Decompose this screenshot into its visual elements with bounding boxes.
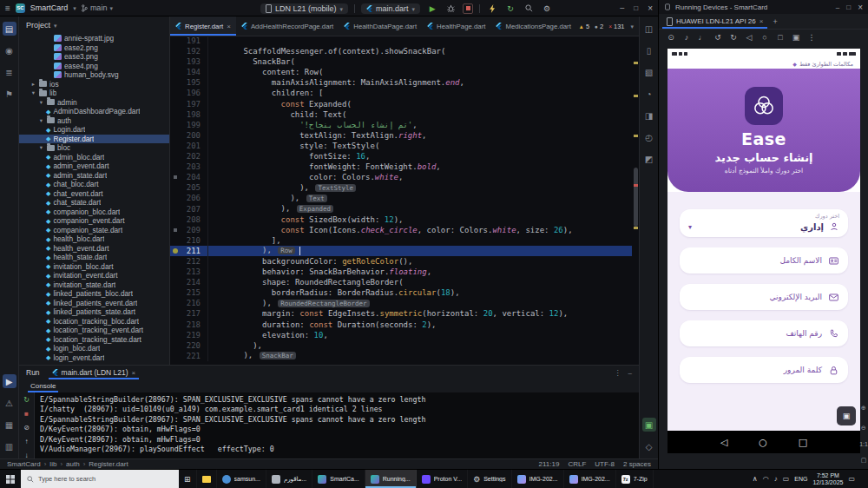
gemini-icon[interactable]: ◇	[642, 439, 656, 453]
rotate-left-icon[interactable]: ↺	[713, 32, 723, 43]
status-item[interactable]: UTF-8	[595, 460, 615, 468]
taskbar-button[interactable]: IMG-202...	[512, 470, 564, 488]
breadcrumb-item[interactable]: lib	[41, 460, 57, 468]
code-line[interactable]: 218duration: const Duration(seconds: 2),	[170, 320, 632, 330]
close-icon[interactable]	[858, 3, 863, 12]
tree-item[interactable]: ◆health_bloc.dart	[19, 234, 169, 244]
hot-restart-button[interactable]: ↻	[504, 3, 516, 15]
tree-item[interactable]: ◆location_tracking_state.dart	[19, 335, 169, 345]
profiler-icon[interactable]: ◴	[642, 130, 656, 144]
hot-reload-button[interactable]	[486, 3, 498, 15]
input-field[interactable]: رقم الهاتف	[680, 320, 848, 346]
editor-tab[interactable]: HealthPage.dart	[422, 16, 490, 36]
tree-item[interactable]: ◆linked_patients_state.dart	[19, 307, 169, 317]
fit-icon[interactable]: ▢	[857, 453, 868, 467]
run-panel-title[interactable]: Run	[26, 368, 40, 377]
tree-item[interactable]: ease2.png	[19, 43, 169, 53]
tree-item[interactable]: ▾auth	[19, 116, 169, 126]
maximize-icon[interactable]	[846, 3, 851, 11]
code-line[interactable]: 211), Row	[170, 246, 632, 256]
tree-item[interactable]: ease3.png	[19, 52, 169, 62]
editor-tab[interactable]: HealthDataPage.dart	[339, 16, 422, 36]
run-config-selector[interactable]: main.dart	[361, 3, 420, 14]
battery-icon[interactable]: ▭	[783, 475, 790, 483]
code-line[interactable]: 195mainAxisAlignment: MainAxisAlignment.…	[170, 77, 632, 88]
device-selector[interactable]: LDN L21 (mobile)	[260, 3, 348, 14]
taskbar-button[interactable]: IMG-202...	[564, 470, 616, 488]
code-line[interactable]: 205), TextStyle	[170, 182, 632, 193]
tree-item[interactable]: ◆Register.dart	[19, 135, 169, 144]
code-line[interactable]: 221), SnackBar	[170, 351, 632, 361]
clock[interactable]: 7:52 PM 12/13/2025	[812, 472, 843, 486]
editor-tab[interactable]: Register.dart×	[170, 16, 236, 36]
language-indicator[interactable]: ENG	[794, 476, 807, 482]
input-field[interactable]: البريد الإلكتروني	[680, 284, 848, 310]
tree-item[interactable]: ◆chat_state.dart	[19, 198, 169, 208]
terminal-icon[interactable]: ▦	[3, 418, 16, 432]
tree-item[interactable]: ◆location_tracking_event.dart	[19, 326, 169, 335]
code-line[interactable]: 201style: TextStyle(	[170, 141, 632, 151]
console-output[interactable]: E/SpannableStringBuilder(28967): SPAN_EX…	[35, 392, 639, 459]
code-line[interactable]: 197const Expanded(	[170, 99, 632, 109]
console-tab[interactable]: Console	[28, 379, 58, 392]
more-icon[interactable]: ⋮	[615, 369, 621, 377]
chevron-open-icon[interactable]: ▾	[38, 117, 44, 124]
commit-icon[interactable]: ◉	[3, 43, 16, 57]
taskbar-search[interactable]: Type here to search	[21, 470, 179, 488]
inspection-error[interactable]: ×131	[608, 23, 624, 30]
code-line[interactable]: 193SnackBar(	[170, 56, 632, 67]
tree-item[interactable]: human_body.svg	[19, 70, 169, 80]
code-line[interactable]: 207), Expanded	[170, 204, 632, 214]
breadcrumb-item[interactable]: SmartCard	[7, 460, 41, 468]
tree-item[interactable]: ▸ios	[19, 80, 169, 89]
taskbar-button[interactable]: SmartCa...	[312, 470, 365, 488]
volume-up-icon[interactable]: ♪	[681, 32, 692, 43]
screenshot-icon[interactable]: ▣	[791, 32, 801, 43]
taskbar-button[interactable]: Proton V...	[417, 470, 468, 488]
tree-item[interactable]: ◆chat_bloc.dart	[19, 180, 169, 189]
tree-item[interactable]: ◆admin_state.dart	[19, 171, 169, 181]
code-line[interactable]: 203fontWeight: FontWeight.bold,	[170, 162, 632, 172]
taskbar-icon-button[interactable]: ⊞	[179, 470, 197, 488]
tree-item[interactable]: ◆health_event.dart	[19, 244, 169, 254]
editor-tab[interactable]: MedicationsPage.dart	[490, 16, 575, 36]
zoom-ratio[interactable]: 1:1	[859, 441, 868, 447]
code-line[interactable]: 198child: Text(	[170, 109, 632, 120]
tree-item[interactable]: ◆invitation_event.dart	[19, 271, 169, 280]
code-line[interactable]: 217margin: const EdgeInsets.symmetric(ho…	[170, 308, 632, 319]
volume-icon[interactable]: ♪	[774, 475, 778, 483]
tree-item[interactable]: ◆login_bloc.dart	[19, 344, 169, 353]
main-menu-icon[interactable]: ≡	[5, 3, 10, 13]
services-icon[interactable]: ▥	[3, 439, 16, 453]
device-manager-icon[interactable]: ▯	[642, 43, 656, 57]
git-branch-widget[interactable]: main	[82, 3, 113, 12]
chevron-open-icon[interactable]: ▾	[30, 89, 36, 96]
nav-recents-icon[interactable]: □	[799, 437, 807, 448]
tree-item[interactable]: ◆linked_patients_event.dart	[19, 299, 169, 308]
code-line[interactable]: 214shape: RoundedRectangleBorder(	[170, 277, 632, 287]
taskbar-button[interactable]: 7z7-Zip	[616, 470, 654, 488]
project-name[interactable]: SmartCard	[30, 3, 69, 12]
taskbar-button[interactable]: مأقورم...	[266, 470, 312, 488]
chevron-down-icon[interactable]	[630, 23, 634, 30]
tree-item[interactable]: ▾lib	[19, 89, 169, 98]
bookmarks-icon[interactable]: ⚑	[3, 87, 16, 101]
breakpoint-icon[interactable]	[173, 248, 178, 254]
network-icon[interactable]: ◠	[763, 475, 769, 483]
input-field[interactable]: كلمة المرور	[680, 357, 848, 383]
tree-item[interactable]: ▾bloc	[19, 143, 169, 153]
code-line[interactable]: 210],	[170, 235, 632, 246]
power-icon[interactable]: ⊙	[666, 32, 676, 43]
device-screen[interactable]: ◆ مكالمات الطوارئ فقط Ease إنشاء حساب جد…	[667, 49, 860, 453]
code-line[interactable]: 199'تم إنشاء الحساب بنجاح!',	[170, 120, 632, 130]
code-line[interactable]: 200textAlign: TextAlign.right,	[170, 130, 632, 141]
running-devices-icon[interactable]: ▣	[642, 418, 656, 432]
tree-item[interactable]: ◆linked_patients_bloc.dart	[19, 289, 169, 299]
code-line[interactable]: 220),	[170, 340, 632, 351]
editor[interactable]: Register.dart×AddHealthRecordPage.dartHe…	[170, 16, 639, 365]
add-device-button[interactable]: +	[773, 17, 777, 26]
notifications-icon[interactable]: ◫	[642, 22, 656, 36]
breadcrumb-item[interactable]: auth	[56, 460, 79, 468]
run-button[interactable]: ▶	[426, 3, 438, 15]
floating-dock-button[interactable]: ▣	[837, 406, 856, 425]
